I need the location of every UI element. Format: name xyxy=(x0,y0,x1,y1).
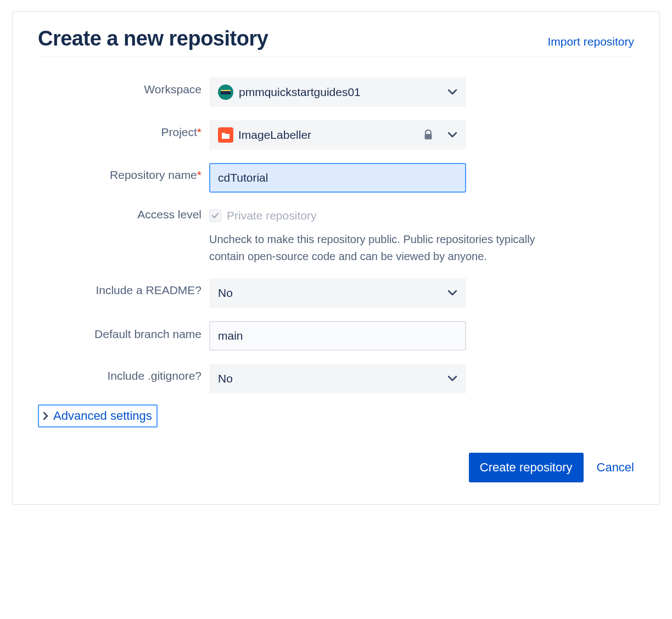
chevron-down-icon xyxy=(447,290,457,296)
gitignore-value: No xyxy=(218,372,233,385)
project-select[interactable]: ImageLabeller xyxy=(209,120,466,150)
header: Create a new repository Import repositor… xyxy=(38,27,634,57)
workspace-select[interactable]: pmmquickstartguides01 xyxy=(209,77,466,107)
row-repo-name: Repository name* cdTutorial xyxy=(38,163,634,193)
cancel-button[interactable]: Cancel xyxy=(597,460,634,475)
private-repo-label: Private repository xyxy=(227,209,316,222)
access-checkbox-row: Private repository xyxy=(209,206,566,222)
label-workspace: Workspace xyxy=(38,77,209,96)
svg-rect-0 xyxy=(425,134,432,139)
row-access: Access level Private repository Uncheck … xyxy=(38,206,634,265)
repo-name-value: cdTutorial xyxy=(218,171,268,184)
gitignore-select[interactable]: No xyxy=(209,364,466,393)
actions: Create repository Cancel xyxy=(38,453,634,482)
page-title: Create a new repository xyxy=(38,27,268,50)
label-repo-name: Repository name* xyxy=(38,163,209,182)
chevron-down-icon xyxy=(447,132,457,138)
workspace-value: pmmquickstartguides01 xyxy=(239,86,361,99)
label-gitignore: Include .gitignore? xyxy=(38,364,209,382)
row-project: Project* ImageLabeller xyxy=(38,120,634,150)
lock-icon xyxy=(423,130,433,140)
repo-name-input[interactable]: cdTutorial xyxy=(209,163,466,193)
label-readme: Include a README? xyxy=(38,278,209,297)
label-access: Access level xyxy=(38,206,209,221)
chevron-right-icon xyxy=(42,412,49,420)
advanced-settings-label: Advanced settings xyxy=(53,409,152,423)
access-help-text: Uncheck to make this repository public. … xyxy=(209,231,566,265)
chevron-down-icon xyxy=(447,375,457,382)
label-branch: Default branch name xyxy=(38,321,209,342)
project-value: ImageLabeller xyxy=(238,128,311,142)
create-repo-card: Create a new repository Import repositor… xyxy=(12,11,660,505)
row-readme: Include a README? No xyxy=(38,278,634,308)
private-repo-checkbox[interactable] xyxy=(209,210,221,222)
workspace-avatar-icon xyxy=(218,85,233,100)
row-branch: Default branch name main xyxy=(38,321,634,351)
advanced-settings-toggle[interactable]: Advanced settings xyxy=(38,404,158,427)
row-workspace: Workspace pmmquickstartguides01 xyxy=(38,77,634,107)
readme-value: No xyxy=(218,286,233,300)
branch-name-input[interactable]: main xyxy=(209,321,466,351)
create-repository-button[interactable]: Create repository xyxy=(469,453,584,482)
label-project: Project* xyxy=(38,120,209,139)
chevron-down-icon xyxy=(447,89,457,95)
row-gitignore: Include .gitignore? No xyxy=(38,364,634,393)
import-repository-link[interactable]: Import repository xyxy=(547,35,634,48)
project-avatar-icon xyxy=(218,127,233,143)
branch-name-value: main xyxy=(218,329,243,342)
readme-select[interactable]: No xyxy=(209,278,466,308)
